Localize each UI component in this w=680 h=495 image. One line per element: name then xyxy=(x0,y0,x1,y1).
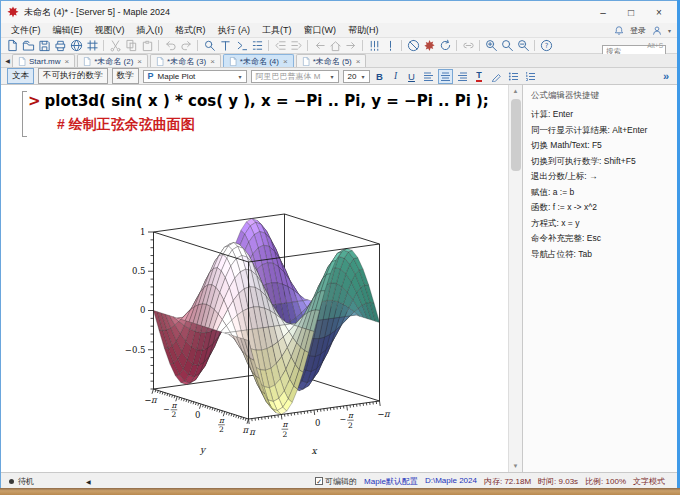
text-mode-icon[interactable] xyxy=(217,38,233,53)
login-link[interactable]: 登录 xyxy=(630,25,646,36)
execute-current-icon[interactable] xyxy=(382,38,398,53)
svg-text:π: π xyxy=(282,420,288,429)
search-box: Alt+S xyxy=(602,40,666,52)
tab-close-icon[interactable]: × xyxy=(210,57,215,66)
tab[interactable]: *未命名 (5)× xyxy=(296,54,367,67)
tab-close-icon[interactable]: × xyxy=(283,57,288,66)
svg-text:0: 0 xyxy=(195,410,200,420)
align-center-icon[interactable] xyxy=(439,70,452,83)
tab-close-icon[interactable]: × xyxy=(65,57,70,66)
toolbar-separator xyxy=(362,40,363,51)
undo-icon[interactable] xyxy=(162,38,178,53)
scrollbar-thumb[interactable] xyxy=(511,99,521,171)
user-icon[interactable] xyxy=(652,25,662,36)
mode-text-button[interactable]: 文本 xyxy=(7,68,34,84)
splitter-arrow-icon[interactable]: ◀ xyxy=(86,478,91,485)
underline-button[interactable]: U xyxy=(406,71,418,82)
svg-text:2: 2 xyxy=(348,421,353,430)
numbered-list-icon[interactable] xyxy=(524,70,537,83)
indent-icon[interactable] xyxy=(288,38,304,53)
svg-text:π: π xyxy=(219,416,225,425)
font-family-select[interactable]: 阿里巴巴普惠体 M ▾ xyxy=(251,70,339,83)
tab[interactable]: *未命名 (3)× xyxy=(150,54,221,67)
exec-group-icon[interactable] xyxy=(249,38,265,53)
outdent-icon[interactable] xyxy=(272,38,288,53)
close-button[interactable]: × xyxy=(645,3,673,21)
tab[interactable]: Start.mw× xyxy=(12,54,75,67)
maximize-button[interactable]: □ xyxy=(617,3,645,21)
mode-math-button[interactable]: 数学 xyxy=(112,68,139,84)
hyperlink-icon[interactable] xyxy=(460,38,476,53)
document-icon xyxy=(302,57,310,66)
scroll-up-icon[interactable]: ▲ xyxy=(509,85,522,97)
vertical-scrollbar[interactable]: ▲ ▼ xyxy=(508,85,522,472)
tab-label: *未命名 (3) xyxy=(167,56,206,67)
font-size-select[interactable]: 20 ▾ xyxy=(343,70,370,83)
mode-nonexec-math-button[interactable]: 不可执行的数学 xyxy=(38,68,108,84)
status-segment: 时间: 9.03s xyxy=(538,476,578,487)
svg-text:−π: −π xyxy=(144,395,158,405)
copy-icon[interactable] xyxy=(123,38,139,53)
tab-label: *未命名 (4) xyxy=(240,56,279,67)
stop-icon[interactable] xyxy=(405,38,421,53)
italic-button[interactable]: I xyxy=(390,71,402,81)
zoom-out-icon[interactable] xyxy=(515,38,531,53)
home-icon[interactable] xyxy=(327,38,343,53)
bullet-list-icon[interactable] xyxy=(507,70,520,83)
execute-all-icon[interactable] xyxy=(366,38,382,53)
menu-item[interactable]: 窗口(W) xyxy=(298,24,343,37)
maple-prompt-icon[interactable] xyxy=(233,38,249,53)
restart-icon[interactable] xyxy=(437,38,453,53)
menu-item[interactable]: 视图(V) xyxy=(89,24,131,37)
menu-item[interactable]: 工具(T) xyxy=(256,24,298,37)
zoom-default-icon[interactable] xyxy=(499,38,515,53)
section-icon[interactable] xyxy=(84,38,100,53)
menu-item[interactable]: 帮助(H) xyxy=(342,24,385,37)
tab-close-icon[interactable]: × xyxy=(137,57,142,66)
editable-checkbox[interactable]: ✓ xyxy=(315,477,323,485)
font-color-icon[interactable]: T xyxy=(473,70,486,83)
open-folder-icon[interactable] xyxy=(20,38,36,53)
tab[interactable]: *未命名 (4)× xyxy=(223,54,294,67)
bold-button[interactable]: B xyxy=(374,71,386,82)
align-right-icon[interactable] xyxy=(456,70,469,83)
menu-item[interactable]: 插入(I) xyxy=(131,24,170,37)
toolbar-separator xyxy=(479,40,480,51)
help-icon[interactable]: ? xyxy=(538,38,554,53)
editable-toggle[interactable]: ✓ 可编辑的 xyxy=(315,476,357,487)
account-area: 登录 ▾ xyxy=(614,25,679,36)
minimize-button[interactable]: – xyxy=(589,3,617,21)
tab-scroll-left-icon[interactable]: ◀ xyxy=(3,54,12,67)
svg-text:π: π xyxy=(242,425,249,435)
print-icon[interactable] xyxy=(52,38,68,53)
scroll-down-icon[interactable]: ▼ xyxy=(509,460,522,472)
probe-icon[interactable] xyxy=(201,38,217,53)
bell-icon[interactable] xyxy=(614,25,624,36)
plot3d-surface[interactable]: 10.50−0.5−ππ2−0π2πππ20π2−−πyx xyxy=(1,85,508,472)
tab-close-icon[interactable]: × xyxy=(356,57,361,66)
paragraph-style-select[interactable]: P Maple Plot ▾ xyxy=(143,70,247,83)
paste-icon[interactable] xyxy=(139,38,155,53)
tab[interactable]: *未命名 (2)× xyxy=(77,54,148,67)
account-caret-icon[interactable]: ▾ xyxy=(668,27,671,34)
new-document-icon[interactable] xyxy=(4,38,20,53)
save-icon[interactable] xyxy=(36,38,52,53)
export-icon[interactable] xyxy=(68,38,84,53)
svg-text:−0.5: −0.5 xyxy=(125,345,146,355)
menu-item[interactable]: 格式(R) xyxy=(169,24,212,37)
svg-text:0: 0 xyxy=(315,418,320,428)
worksheet[interactable]: >plot3d( sin( x ) * cos( y ), x = −Pi ..… xyxy=(1,85,508,472)
back-icon[interactable] xyxy=(311,38,327,53)
panel-collapse-chevrons-icon[interactable]: » xyxy=(663,70,673,82)
cut-icon[interactable] xyxy=(107,38,123,53)
leaf-icon[interactable] xyxy=(421,38,437,53)
dropdown-arrow-icon: ▾ xyxy=(361,73,364,80)
menu-item[interactable]: 编辑(E) xyxy=(47,24,89,37)
forward-icon[interactable] xyxy=(343,38,359,53)
menu-item[interactable]: 执行 (A) xyxy=(212,24,257,37)
menu-item[interactable]: 文件(F) xyxy=(5,24,47,37)
zoom-in-icon[interactable] xyxy=(483,38,499,53)
align-left-icon[interactable] xyxy=(422,70,435,83)
format-painter-pen-icon[interactable] xyxy=(490,70,503,83)
redo-icon[interactable] xyxy=(178,38,194,53)
